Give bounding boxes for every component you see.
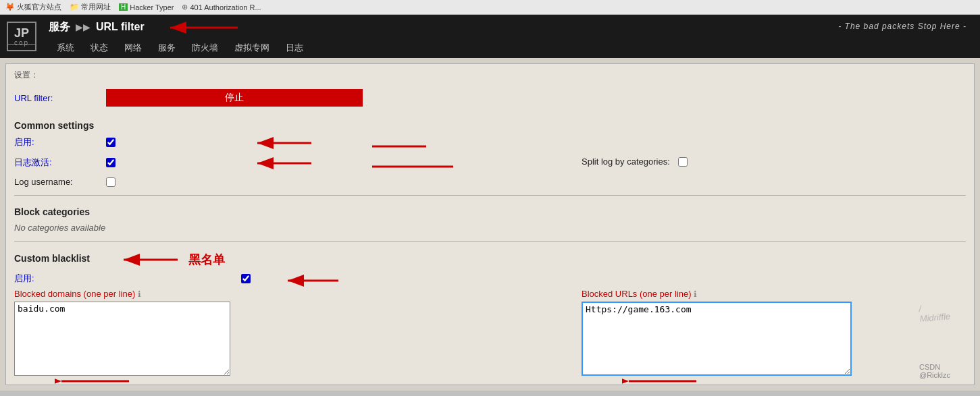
red-arrow-enable <box>251 133 318 153</box>
logo-divider <box>8 44 35 45</box>
globe-icon: ⊕ <box>182 3 188 11</box>
tab-auth[interactable]: ⊕ 401 Authorization R... <box>182 3 261 11</box>
blocked-domains-label: Blocked domains (one per line) <box>14 289 135 299</box>
watermark-area: / Midriffle CSDN @Ricklzc <box>919 289 966 379</box>
red-arrow-blacklist-enable <box>284 271 345 290</box>
watermark-text: / Midriffle <box>919 301 953 324</box>
tab-firefox[interactable]: 🦊 火狐官方站点 <box>5 2 61 12</box>
csdn-credit: CSDN @Ricklzc <box>919 363 952 379</box>
tab-auth-label: 401 Authorization R... <box>190 3 261 11</box>
blocked-domains-label-row: Blocked domains (one per line) ℹ <box>14 289 338 299</box>
log-username-checkbox[interactable] <box>106 177 115 187</box>
blacklist-annotation-area: 黑名单 <box>117 250 225 270</box>
blacklist-enable-checkbox[interactable] <box>241 274 251 283</box>
blocked-urls-textarea[interactable] <box>582 302 852 376</box>
common-settings-heading: Common settings <box>14 117 966 131</box>
settings-title: 设置： <box>14 69 966 81</box>
blocked-urls-col: Blocked URLs (one per line) ℹ <box>582 289 919 378</box>
browser-tabs-bar: 🦊 火狐官方站点 📁 常用网址 H Hacker Typer ⊕ 401 Aut… <box>0 0 980 15</box>
url-textarea-wrapper: URL <box>582 302 852 378</box>
enable-checkbox[interactable] <box>106 138 115 147</box>
red-arrow-url <box>622 371 703 391</box>
nav-network[interactable]: 网络 <box>116 40 150 55</box>
blacklist-heading-row: Custom blacklist 黑名单 <box>14 250 966 270</box>
tab-hacker-label: Hacker Typer <box>130 3 174 11</box>
log-active-row: 日志激活: <box>14 157 115 169</box>
tab-bookmarks-label: 常用网址 <box>81 2 111 12</box>
page-wrapper: 🦊 火狐官方站点 📁 常用网址 H Hacker Typer ⊕ 401 Aut… <box>0 0 980 391</box>
enable-label: 启用: <box>14 136 95 148</box>
service-label: 服务 <box>49 20 70 34</box>
no-categories-text: No categories available <box>14 223 966 233</box>
red-arrow-log <box>251 153 318 173</box>
log-active-checkbox[interactable] <box>106 158 115 167</box>
tab-hacker-typer[interactable]: H Hacker Typer <box>119 3 174 11</box>
nav-bottom: 系统 状态 网络 服务 防火墙 虚拟专网 日志 <box>43 39 980 58</box>
nav-vpn[interactable]: 虚拟专网 <box>226 40 278 55</box>
logo-box: JP cop <box>7 22 36 51</box>
url-filter-row: URL filter: 停止 <box>14 89 966 107</box>
blacklist-heading: Custom blacklist <box>14 250 90 264</box>
nav-status[interactable]: 状态 <box>82 40 116 55</box>
blocked-columns: Blocked domains (one per line) ℹ <box>14 289 966 379</box>
split-log-checkbox[interactable] <box>678 157 688 167</box>
log-username-label: Log username: <box>14 177 95 187</box>
tab-firefox-label: 火狐官方站点 <box>17 2 61 12</box>
logo-cop: cop <box>14 39 29 47</box>
split-log-container: Split log by categories: <box>582 157 688 167</box>
blocked-urls-info-icon: ℹ <box>694 289 697 299</box>
red-arrow-blacklist <box>117 250 184 270</box>
nav-system[interactable]: 系统 <box>49 40 82 55</box>
nav-service[interactable]: 服务 <box>150 40 184 55</box>
enable-row: 启用: <box>14 136 115 148</box>
red-arrow-log-ext <box>311 157 460 177</box>
domain-textarea-wrapper: 域名 <box>14 302 230 378</box>
split-log-label: Split log by categories: <box>582 157 670 167</box>
nav-log[interactable]: 日志 <box>278 40 311 55</box>
logo-area: JP cop <box>0 15 43 58</box>
tagline: - The bad packets Stop Here - <box>838 22 966 31</box>
log-username-row: Log username: <box>14 177 966 187</box>
current-page-label: URL filter <box>96 21 145 33</box>
block-categories-heading: Block categories <box>14 204 966 217</box>
blocked-urls-label-row: Blocked URLs (one per line) ℹ <box>582 289 919 299</box>
firefox-icon: 🦊 <box>5 3 15 11</box>
url-filter-label: URL filter: <box>14 93 95 103</box>
logo-jp: JP <box>14 27 29 39</box>
hacker-icon: H <box>119 3 128 11</box>
nav-firewall[interactable]: 防火墙 <box>184 40 226 55</box>
red-arrow-domain <box>55 371 136 391</box>
tab-bookmarks[interactable]: 📁 常用网址 <box>70 2 111 12</box>
folder-icon: 📁 <box>70 3 79 11</box>
app-header: - The bad packets Stop Here - JP cop 服务 … <box>0 15 980 58</box>
blocked-urls-label: Blocked URLs (one per line) <box>582 289 692 299</box>
stop-button[interactable]: 停止 <box>106 89 363 107</box>
blocked-domains-info-icon: ℹ <box>138 289 141 299</box>
section-divider-2 <box>14 241 966 242</box>
settings-box: 设置： URL filter: 停止 Common settings 启用: <box>5 63 975 385</box>
blacklist-annotation-text: 黑名单 <box>188 252 225 268</box>
red-arrow-enable-ext <box>311 136 433 157</box>
main-content: 设置： URL filter: 停止 Common settings 启用: <box>0 58 980 391</box>
blacklist-enable-label: 启用: <box>14 273 95 285</box>
blocked-domains-col: Blocked domains (one per line) ℹ <box>14 289 338 378</box>
nav-arrow-icon: ▶▶ <box>76 22 91 32</box>
log-active-label: 日志激活: <box>14 157 95 169</box>
red-arrow-annotation-top <box>163 16 244 39</box>
blacklist-enable-row: 启用: <box>14 273 966 285</box>
blocked-domains-textarea[interactable] <box>14 302 230 376</box>
section-divider-1 <box>14 195 966 196</box>
